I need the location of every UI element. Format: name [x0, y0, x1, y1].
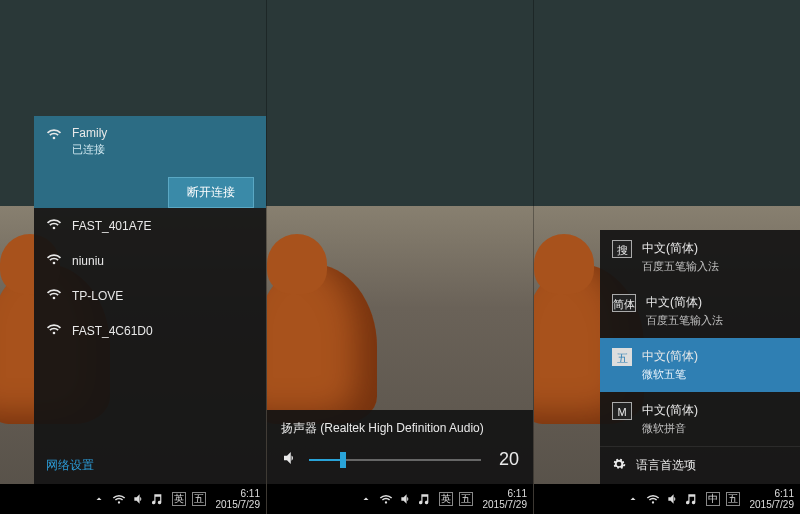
taskbar: 英 五 6:11 2015/7/29	[0, 484, 266, 514]
volume-value: 20	[491, 449, 519, 470]
volume-slider[interactable]	[309, 459, 481, 461]
ime-subtitle: 微软拼音	[642, 421, 698, 436]
taskbar-clock[interactable]: 6:11 2015/7/29	[212, 488, 261, 510]
clock-time: 6:11	[750, 488, 795, 499]
wifi-ssid: niuniu	[72, 254, 104, 268]
ime-title: 中文(简体)	[642, 402, 698, 419]
ime-item[interactable]: 五 中文(简体) 微软五笔	[600, 338, 800, 392]
ime-lang-indicator[interactable]: 英	[172, 492, 186, 506]
action-center-icon[interactable]	[152, 492, 166, 506]
ime-prefs-link[interactable]: 语言首选项	[600, 446, 800, 484]
volume-tray-icon[interactable]	[666, 492, 680, 506]
ime-mode-indicator[interactable]: 五	[459, 492, 473, 506]
volume-slider-fill	[309, 459, 343, 461]
ime-title: 中文(简体)	[642, 348, 698, 365]
action-center-icon[interactable]	[419, 492, 433, 506]
ime-item[interactable]: 简体 中文(简体) 百度五笔输入法	[600, 284, 800, 338]
ime-title: 中文(简体)	[646, 294, 723, 311]
volume-slider-thumb[interactable]	[340, 452, 346, 468]
taskbar: 英 五 6:11 2015/7/29	[267, 484, 533, 514]
system-tray: 中 五	[626, 492, 740, 506]
ime-badge: 五	[612, 348, 632, 366]
volume-tray-icon[interactable]	[399, 492, 413, 506]
ime-lang-indicator[interactable]: 中	[706, 492, 720, 506]
wifi-network-item[interactable]: FAST_4C61D0	[34, 313, 266, 348]
ime-subtitle: 微软五笔	[642, 367, 698, 382]
ime-item[interactable]: M 中文(简体) 微软拼音	[600, 392, 800, 446]
wifi-icon	[46, 251, 62, 270]
wifi-tray-icon[interactable]	[112, 492, 126, 506]
volume-tray-icon[interactable]	[132, 492, 146, 506]
system-tray: 英 五	[92, 492, 206, 506]
tray-overflow-icon[interactable]	[92, 492, 106, 506]
wifi-network-item[interactable]: niuniu	[34, 243, 266, 278]
ime-flyout: 搜 中文(简体) 百度五笔输入法 简体 中文(简体) 百度五笔输入法 五 中文(…	[600, 230, 800, 484]
wifi-icon	[46, 126, 62, 145]
wifi-network-item[interactable]: TP-LOVE	[34, 278, 266, 313]
speaker-icon[interactable]	[281, 449, 299, 470]
clock-time: 6:11	[216, 488, 261, 499]
wifi-flyout: Family 已连接 断开连接 FAST_401A7E niuniu TP-LO…	[34, 116, 266, 484]
taskbar-clock[interactable]: 6:11 2015/7/29	[746, 488, 795, 510]
ime-title: 中文(简体)	[642, 240, 719, 257]
wifi-ssid: Family	[72, 126, 107, 140]
system-tray: 英 五	[359, 492, 473, 506]
ime-lang-indicator[interactable]: 英	[439, 492, 453, 506]
wifi-tray-icon[interactable]	[379, 492, 393, 506]
wifi-status: 已连接	[72, 142, 107, 157]
tray-overflow-icon[interactable]	[359, 492, 373, 506]
ime-item[interactable]: 搜 中文(简体) 百度五笔输入法	[600, 230, 800, 284]
ime-badge: 简体	[612, 294, 636, 312]
wifi-ssid: TP-LOVE	[72, 289, 123, 303]
action-center-icon[interactable]	[686, 492, 700, 506]
ime-mode-indicator[interactable]: 五	[192, 492, 206, 506]
clock-date: 2015/7/29	[483, 499, 528, 510]
desktop-panel-wifi: Family 已连接 断开连接 FAST_401A7E niuniu TP-LO…	[0, 0, 267, 514]
desktop-panel-ime: 搜 中文(简体) 百度五笔输入法 简体 中文(简体) 百度五笔输入法 五 中文(…	[534, 0, 800, 514]
wifi-connected-item[interactable]: Family 已连接 断开连接	[34, 116, 266, 208]
wifi-network-item[interactable]: FAST_401A7E	[34, 208, 266, 243]
volume-device-label[interactable]: 扬声器 (Realtek High Definition Audio)	[281, 420, 519, 437]
ime-subtitle: 百度五笔输入法	[642, 259, 719, 274]
gear-icon	[612, 457, 626, 474]
wifi-icon	[46, 286, 62, 305]
taskbar: 中 五 6:11 2015/7/29	[534, 484, 800, 514]
wifi-settings-link[interactable]: 网络设置	[34, 447, 266, 484]
ime-badge: M	[612, 402, 632, 420]
tray-overflow-icon[interactable]	[626, 492, 640, 506]
wallpaper-cat	[267, 264, 377, 424]
clock-date: 2015/7/29	[216, 499, 261, 510]
taskbar-clock[interactable]: 6:11 2015/7/29	[479, 488, 528, 510]
ime-subtitle: 百度五笔输入法	[646, 313, 723, 328]
wifi-ssid: FAST_4C61D0	[72, 324, 153, 338]
desktop-panel-volume: 扬声器 (Realtek High Definition Audio) 20 英…	[267, 0, 534, 514]
wifi-ssid: FAST_401A7E	[72, 219, 151, 233]
ime-prefs-label: 语言首选项	[636, 457, 696, 474]
clock-time: 6:11	[483, 488, 528, 499]
wifi-icon	[46, 216, 62, 235]
volume-flyout: 扬声器 (Realtek High Definition Audio) 20	[267, 410, 533, 484]
ime-mode-indicator[interactable]: 五	[726, 492, 740, 506]
wifi-icon	[46, 321, 62, 340]
wifi-tray-icon[interactable]	[646, 492, 660, 506]
wifi-disconnect-button[interactable]: 断开连接	[168, 177, 254, 208]
ime-badge: 搜	[612, 240, 632, 258]
clock-date: 2015/7/29	[750, 499, 795, 510]
